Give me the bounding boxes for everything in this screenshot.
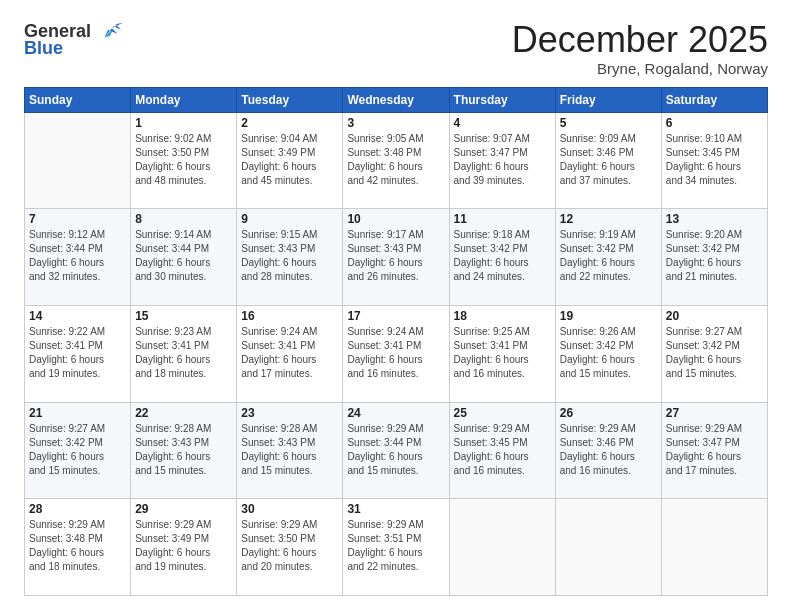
day-info: Sunrise: 9:15 AMSunset: 3:43 PMDaylight:… [241, 228, 338, 284]
calendar-week-row: 21Sunrise: 9:27 AMSunset: 3:42 PMDayligh… [25, 402, 768, 499]
day-info: Sunrise: 9:29 AMSunset: 3:51 PMDaylight:… [347, 518, 444, 574]
table-row: 5Sunrise: 9:09 AMSunset: 3:46 PMDaylight… [555, 112, 661, 209]
table-row: 18Sunrise: 9:25 AMSunset: 3:41 PMDayligh… [449, 305, 555, 402]
day-number: 12 [560, 212, 657, 226]
table-row: 1Sunrise: 9:02 AMSunset: 3:50 PMDaylight… [131, 112, 237, 209]
col-friday: Friday [555, 87, 661, 112]
calendar-table: Sunday Monday Tuesday Wednesday Thursday… [24, 87, 768, 596]
col-wednesday: Wednesday [343, 87, 449, 112]
day-info: Sunrise: 9:25 AMSunset: 3:41 PMDaylight:… [454, 325, 551, 381]
day-number: 31 [347, 502, 444, 516]
table-row: 15Sunrise: 9:23 AMSunset: 3:41 PMDayligh… [131, 305, 237, 402]
day-info: Sunrise: 9:14 AMSunset: 3:44 PMDaylight:… [135, 228, 232, 284]
day-info: Sunrise: 9:24 AMSunset: 3:41 PMDaylight:… [347, 325, 444, 381]
header: General Blue December 2025 Bryne, Rogala… [24, 20, 768, 77]
logo-blue-text: Blue [24, 38, 63, 58]
day-number: 11 [454, 212, 551, 226]
table-row: 25Sunrise: 9:29 AMSunset: 3:45 PMDayligh… [449, 402, 555, 499]
day-number: 15 [135, 309, 232, 323]
day-number: 29 [135, 502, 232, 516]
day-info: Sunrise: 9:19 AMSunset: 3:42 PMDaylight:… [560, 228, 657, 284]
table-row: 12Sunrise: 9:19 AMSunset: 3:42 PMDayligh… [555, 209, 661, 306]
day-number: 10 [347, 212, 444, 226]
title-block: December 2025 Bryne, Rogaland, Norway [512, 20, 768, 77]
day-info: Sunrise: 9:29 AMSunset: 3:48 PMDaylight:… [29, 518, 126, 574]
day-info: Sunrise: 9:27 AMSunset: 3:42 PMDaylight:… [666, 325, 763, 381]
table-row [449, 499, 555, 596]
day-number: 24 [347, 406, 444, 420]
day-number: 23 [241, 406, 338, 420]
calendar-week-row: 28Sunrise: 9:29 AMSunset: 3:48 PMDayligh… [25, 499, 768, 596]
day-number: 25 [454, 406, 551, 420]
day-number: 4 [454, 116, 551, 130]
day-number: 20 [666, 309, 763, 323]
day-number: 18 [454, 309, 551, 323]
day-number: 8 [135, 212, 232, 226]
day-number: 2 [241, 116, 338, 130]
day-info: Sunrise: 9:22 AMSunset: 3:41 PMDaylight:… [29, 325, 126, 381]
day-number: 6 [666, 116, 763, 130]
day-info: Sunrise: 9:12 AMSunset: 3:44 PMDaylight:… [29, 228, 126, 284]
day-info: Sunrise: 9:23 AMSunset: 3:41 PMDaylight:… [135, 325, 232, 381]
table-row: 21Sunrise: 9:27 AMSunset: 3:42 PMDayligh… [25, 402, 131, 499]
calendar-week-row: 14Sunrise: 9:22 AMSunset: 3:41 PMDayligh… [25, 305, 768, 402]
table-row: 13Sunrise: 9:20 AMSunset: 3:42 PMDayligh… [661, 209, 767, 306]
table-row: 6Sunrise: 9:10 AMSunset: 3:45 PMDaylight… [661, 112, 767, 209]
day-info: Sunrise: 9:07 AMSunset: 3:47 PMDaylight:… [454, 132, 551, 188]
table-row: 23Sunrise: 9:28 AMSunset: 3:43 PMDayligh… [237, 402, 343, 499]
day-info: Sunrise: 9:10 AMSunset: 3:45 PMDaylight:… [666, 132, 763, 188]
day-info: Sunrise: 9:17 AMSunset: 3:43 PMDaylight:… [347, 228, 444, 284]
day-number: 3 [347, 116, 444, 130]
page: General Blue December 2025 Bryne, Rogala… [0, 0, 792, 612]
day-number: 22 [135, 406, 232, 420]
day-number: 5 [560, 116, 657, 130]
month-title: December 2025 [512, 20, 768, 60]
day-info: Sunrise: 9:02 AMSunset: 3:50 PMDaylight:… [135, 132, 232, 188]
day-info: Sunrise: 9:26 AMSunset: 3:42 PMDaylight:… [560, 325, 657, 381]
table-row: 22Sunrise: 9:28 AMSunset: 3:43 PMDayligh… [131, 402, 237, 499]
table-row: 8Sunrise: 9:14 AMSunset: 3:44 PMDaylight… [131, 209, 237, 306]
day-info: Sunrise: 9:29 AMSunset: 3:46 PMDaylight:… [560, 422, 657, 478]
table-row: 9Sunrise: 9:15 AMSunset: 3:43 PMDaylight… [237, 209, 343, 306]
table-row: 10Sunrise: 9:17 AMSunset: 3:43 PMDayligh… [343, 209, 449, 306]
day-number: 30 [241, 502, 338, 516]
table-row: 2Sunrise: 9:04 AMSunset: 3:49 PMDaylight… [237, 112, 343, 209]
day-number: 14 [29, 309, 126, 323]
table-row: 4Sunrise: 9:07 AMSunset: 3:47 PMDaylight… [449, 112, 555, 209]
day-number: 26 [560, 406, 657, 420]
day-info: Sunrise: 9:04 AMSunset: 3:49 PMDaylight:… [241, 132, 338, 188]
day-number: 27 [666, 406, 763, 420]
table-row: 3Sunrise: 9:05 AMSunset: 3:48 PMDaylight… [343, 112, 449, 209]
day-number: 17 [347, 309, 444, 323]
day-info: Sunrise: 9:05 AMSunset: 3:48 PMDaylight:… [347, 132, 444, 188]
col-tuesday: Tuesday [237, 87, 343, 112]
day-number: 9 [241, 212, 338, 226]
table-row: 11Sunrise: 9:18 AMSunset: 3:42 PMDayligh… [449, 209, 555, 306]
location: Bryne, Rogaland, Norway [512, 60, 768, 77]
table-row: 19Sunrise: 9:26 AMSunset: 3:42 PMDayligh… [555, 305, 661, 402]
day-info: Sunrise: 9:29 AMSunset: 3:45 PMDaylight:… [454, 422, 551, 478]
day-info: Sunrise: 9:24 AMSunset: 3:41 PMDaylight:… [241, 325, 338, 381]
day-info: Sunrise: 9:28 AMSunset: 3:43 PMDaylight:… [241, 422, 338, 478]
table-row: 14Sunrise: 9:22 AMSunset: 3:41 PMDayligh… [25, 305, 131, 402]
table-row [25, 112, 131, 209]
calendar-header-row: Sunday Monday Tuesday Wednesday Thursday… [25, 87, 768, 112]
day-info: Sunrise: 9:29 AMSunset: 3:44 PMDaylight:… [347, 422, 444, 478]
table-row: 28Sunrise: 9:29 AMSunset: 3:48 PMDayligh… [25, 499, 131, 596]
logo: General Blue [24, 20, 123, 59]
day-info: Sunrise: 9:18 AMSunset: 3:42 PMDaylight:… [454, 228, 551, 284]
day-number: 28 [29, 502, 126, 516]
table-row: 20Sunrise: 9:27 AMSunset: 3:42 PMDayligh… [661, 305, 767, 402]
table-row: 27Sunrise: 9:29 AMSunset: 3:47 PMDayligh… [661, 402, 767, 499]
col-sunday: Sunday [25, 87, 131, 112]
logo-bird-icon [95, 20, 123, 42]
calendar-week-row: 7Sunrise: 9:12 AMSunset: 3:44 PMDaylight… [25, 209, 768, 306]
day-info: Sunrise: 9:29 AMSunset: 3:47 PMDaylight:… [666, 422, 763, 478]
day-info: Sunrise: 9:29 AMSunset: 3:50 PMDaylight:… [241, 518, 338, 574]
day-number: 21 [29, 406, 126, 420]
calendar-week-row: 1Sunrise: 9:02 AMSunset: 3:50 PMDaylight… [25, 112, 768, 209]
day-number: 1 [135, 116, 232, 130]
table-row: 30Sunrise: 9:29 AMSunset: 3:50 PMDayligh… [237, 499, 343, 596]
col-monday: Monday [131, 87, 237, 112]
table-row: 17Sunrise: 9:24 AMSunset: 3:41 PMDayligh… [343, 305, 449, 402]
